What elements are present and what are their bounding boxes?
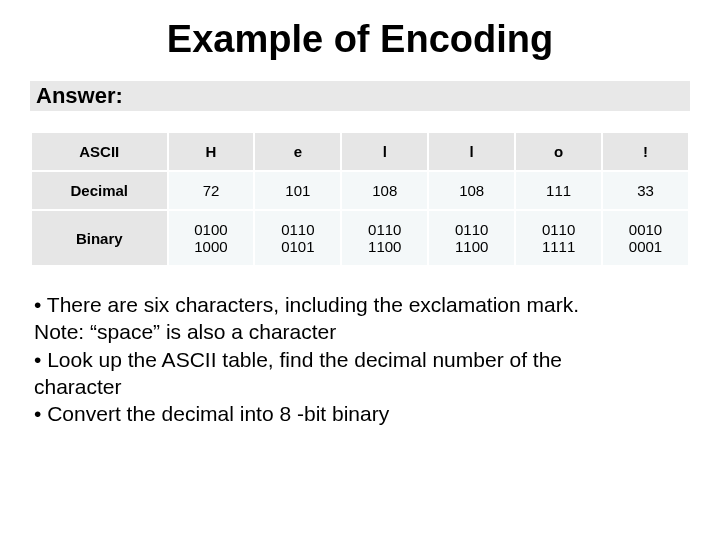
- bullet-line: character: [34, 373, 690, 400]
- table-header-row: ASCII H e l l o !: [32, 133, 688, 170]
- header-cell: e: [255, 133, 340, 170]
- table-cell: 111: [516, 172, 601, 209]
- table-cell: 01001000: [169, 211, 254, 265]
- header-cell: l: [429, 133, 514, 170]
- header-cell: l: [342, 133, 427, 170]
- table-cell: 33: [603, 172, 688, 209]
- header-cell: o: [516, 133, 601, 170]
- table-cell: 00100001: [603, 211, 688, 265]
- bullet-line: • Look up the ASCII table, find the deci…: [34, 346, 690, 373]
- row-label: Binary: [32, 211, 167, 265]
- answer-label: Answer:: [30, 81, 690, 111]
- row-label: Decimal: [32, 172, 167, 209]
- table-cell: 72: [169, 172, 254, 209]
- table-row: Decimal 72 101 108 108 111 33: [32, 172, 688, 209]
- table-row: Binary 01001000 01100101 01101100 011011…: [32, 211, 688, 265]
- table-cell: 108: [342, 172, 427, 209]
- slide: Example of Encoding Answer: ASCII H e l …: [0, 0, 720, 540]
- table-cell: 108: [429, 172, 514, 209]
- encoding-table: ASCII H e l l o ! Decimal 72 101 108 108…: [30, 131, 690, 267]
- table-cell: 01101111: [516, 211, 601, 265]
- page-title: Example of Encoding: [30, 18, 690, 61]
- table-cell: 01100101: [255, 211, 340, 265]
- header-cell: ASCII: [32, 133, 167, 170]
- bullet-list: • There are six characters, including th…: [30, 291, 690, 427]
- bullet-line: Note: “space” is also a character: [34, 318, 690, 345]
- header-cell: H: [169, 133, 254, 170]
- table-cell: 01101100: [429, 211, 514, 265]
- bullet-line: • There are six characters, including th…: [34, 291, 690, 318]
- table-cell: 01101100: [342, 211, 427, 265]
- header-cell: !: [603, 133, 688, 170]
- bullet-line: • Convert the decimal into 8 -bit binary: [34, 400, 690, 427]
- table-cell: 101: [255, 172, 340, 209]
